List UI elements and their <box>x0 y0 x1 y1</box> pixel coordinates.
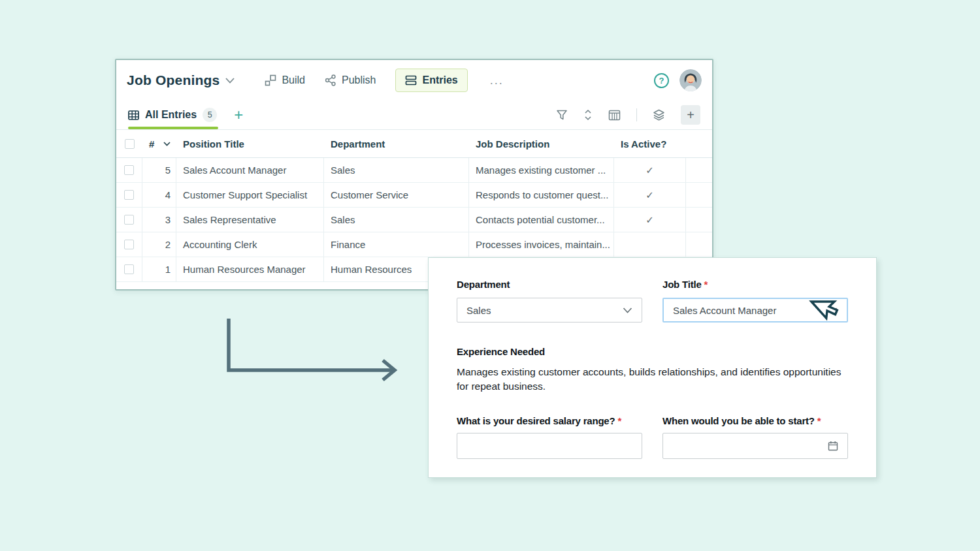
col-is-active[interactable]: Is Active? <box>614 138 686 150</box>
table-row[interactable]: 5 Sales Account Manager Sales Manages ex… <box>116 158 712 183</box>
cell-is-active: ✓ <box>614 158 686 182</box>
entry-count-badge: 5 <box>203 108 217 122</box>
job-openings-window: Job Openings Build <box>115 59 713 291</box>
toolbar-divider <box>636 108 637 121</box>
cell-position-title[interactable]: Sales Representative <box>176 208 324 232</box>
experience-needed-text: Manages existing customer accounts, buil… <box>457 365 851 394</box>
row-checkbox[interactable] <box>124 240 134 249</box>
tab-all-entries[interactable]: All Entries 5 <box>128 101 217 129</box>
cell-is-active: ✓ <box>614 183 686 207</box>
sort-chevron-icon[interactable] <box>163 142 171 146</box>
department-select[interactable]: Sales <box>457 298 642 323</box>
active-tab-indicator <box>128 127 218 129</box>
table-header-row: # Position Title Department Job Descript… <box>116 130 712 158</box>
experience-needed-label: Experience Needed <box>457 346 545 357</box>
row-checkbox[interactable] <box>124 190 134 200</box>
row-number: 1 <box>142 257 176 281</box>
header-right: ? <box>654 69 702 91</box>
page-title: Job Openings <box>127 72 220 88</box>
col-job-description[interactable]: Job Description <box>469 138 614 150</box>
row-number: 5 <box>142 158 176 182</box>
grid-view-icon <box>128 110 139 120</box>
form-preview-panel: Department Sales Job Title* Sales Accoun… <box>428 257 877 478</box>
job-title-select-value: Sales Account Manager <box>673 305 776 316</box>
cell-is-active <box>614 232 686 257</box>
table-row[interactable]: 4 Customer Support Specialist Customer S… <box>116 183 712 208</box>
start-date-input[interactable] <box>662 433 848 459</box>
col-number[interactable]: # <box>149 138 154 150</box>
row-number: 4 <box>142 183 176 207</box>
add-record-button[interactable]: + <box>681 105 700 125</box>
chevron-down-icon <box>623 307 632 313</box>
nav-entries-label: Entries <box>422 74 457 86</box>
cell-department[interactable]: Sales <box>324 158 469 182</box>
nav-entries[interactable]: Entries <box>395 69 467 92</box>
nav-publish-label: Publish <box>342 74 376 86</box>
col-department[interactable]: Department <box>324 138 469 150</box>
more-menu-button[interactable]: ... <box>487 74 506 86</box>
required-asterisk: * <box>617 415 621 426</box>
cell-job-description[interactable]: Contacts potential customer... <box>469 208 614 232</box>
calendar-icon[interactable] <box>828 441 838 451</box>
nav-build[interactable]: Build <box>265 74 305 86</box>
row-checkbox[interactable] <box>124 215 134 225</box>
app-nav: Build Publish <box>265 69 506 92</box>
app-title-menu[interactable]: Job Openings <box>127 72 235 88</box>
entries-rows-icon <box>405 75 417 86</box>
required-asterisk: * <box>704 279 708 290</box>
row-number: 2 <box>142 232 176 257</box>
mouse-cursor-icon <box>800 295 839 338</box>
filter-icon[interactable] <box>556 109 568 121</box>
layers-icon[interactable] <box>653 109 665 121</box>
flow-arrow <box>221 312 417 384</box>
row-checkbox[interactable] <box>124 165 134 175</box>
app-header: Job Openings Build <box>116 60 712 101</box>
cell-job-description[interactable]: Responds to customer quest... <box>469 183 614 207</box>
cell-department[interactable]: Finance <box>324 232 469 257</box>
row-number: 3 <box>142 208 176 232</box>
required-asterisk: * <box>817 415 821 426</box>
view-toolbar: + <box>556 105 700 125</box>
row-checkbox[interactable] <box>124 264 134 274</box>
cell-position-title[interactable]: Human Resources Manager <box>176 257 324 281</box>
department-select-value: Sales <box>466 305 491 316</box>
build-blocks-icon <box>265 74 276 86</box>
views-bar: All Entries 5 + <box>116 101 712 130</box>
cell-department[interactable]: Sales <box>324 208 469 232</box>
canvas: Job Openings Build <box>0 0 980 551</box>
cell-position-title[interactable]: Accounting Clerk <box>176 232 324 257</box>
help-icon[interactable]: ? <box>654 73 669 88</box>
column-settings-icon[interactable] <box>608 110 621 121</box>
chevron-down-icon <box>225 78 235 84</box>
add-view-button[interactable]: + <box>234 107 243 123</box>
cell-position-title[interactable]: Sales Account Manager <box>176 158 324 182</box>
avatar-image <box>679 69 702 91</box>
nav-build-label: Build <box>282 74 305 86</box>
cell-department[interactable]: Customer Service <box>324 183 469 207</box>
salary-range-label: What is your desired salary range?* <box>457 415 621 426</box>
col-position-title[interactable]: Position Title <box>176 138 324 150</box>
publish-share-icon <box>325 74 336 86</box>
table-row[interactable]: 3 Sales Representative Sales Contacts po… <box>116 208 712 232</box>
department-label: Department <box>457 279 510 290</box>
cell-job-description[interactable]: Processes invoices, maintain... <box>469 232 614 257</box>
cell-position-title[interactable]: Customer Support Specialist <box>176 183 324 207</box>
nav-publish[interactable]: Publish <box>325 74 376 86</box>
select-all-checkbox[interactable] <box>125 139 135 149</box>
cell-job-description[interactable]: Manages existing customer ... <box>469 158 614 182</box>
start-date-label: When would you be able to start?* <box>662 415 821 426</box>
table-row[interactable]: 2 Accounting Clerk Finance Processes inv… <box>116 232 712 257</box>
view-tab-label: All Entries <box>145 109 197 121</box>
job-title-label: Job Title* <box>662 279 708 290</box>
avatar[interactable] <box>679 69 702 91</box>
salary-range-input[interactable] <box>457 433 642 459</box>
cell-is-active: ✓ <box>614 208 686 232</box>
sort-icon[interactable] <box>583 109 593 121</box>
